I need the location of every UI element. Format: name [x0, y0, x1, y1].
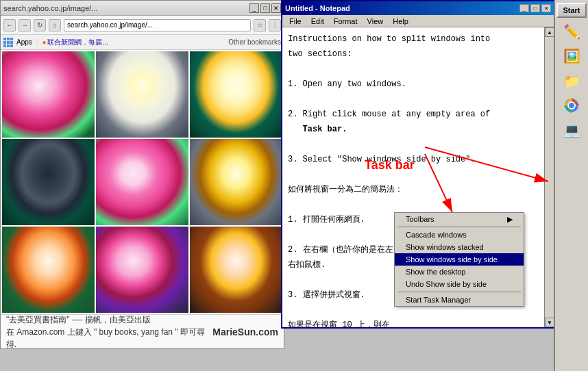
start-panel: Start ✏️ 🖼️ 📁 💻 — [554, 0, 588, 371]
bottom-text-left: "去美亞買書指南" ---- 揚帆，由美亞出版 在 Amazon.com 上鍵入… — [6, 314, 212, 350]
apps-label: Apps — [16, 38, 32, 46]
refresh-button[interactable]: ↻ — [34, 19, 46, 31]
side-icon-edit[interactable]: ✏️ — [561, 21, 583, 42]
apps-button[interactable]: Apps — [3, 38, 32, 47]
context-menu-show-desktop[interactable]: Show the desktop — [395, 266, 524, 278]
np-ch-win10a: 如果是在視窗 10 上，則在 — [288, 319, 539, 327]
image-cell-6[interactable] — [190, 139, 282, 225]
bottom-line1: "去美亞買書指南" ---- 揚帆，由美亞出版 — [6, 314, 212, 326]
bookmark-button[interactable]: ☆ — [254, 19, 266, 31]
bottom-line2: 在 Amazon.com 上鍵入 " buy books, yang fan "… — [6, 326, 212, 350]
browser-maximize-button[interactable]: □ — [260, 3, 270, 13]
scroll-down-button[interactable]: ▼ — [545, 318, 554, 327]
context-menu-undo-side[interactable]: Undo Show side by side — [395, 278, 524, 290]
notepad-scrollbar: ▲ ▼ — [544, 27, 554, 327]
image-cell-8[interactable] — [96, 227, 188, 313]
side-icon-folder[interactable]: 📁 — [561, 70, 583, 92]
image-cell-4[interactable] — [2, 139, 95, 225]
notepad-maximize-button[interactable]: □ — [530, 4, 540, 12]
browser-title: search.yahoo.co.jp/image/... — [3, 4, 98, 12]
menu-edit[interactable]: Edit — [307, 16, 328, 26]
notepad-window-controls: _ □ ✕ — [519, 4, 551, 12]
context-menu-separator-2 — [397, 292, 521, 292]
np-step2b: Task bar. — [288, 123, 539, 136]
menu-button[interactable]: ⋮ — [269, 19, 281, 31]
np-line2: two sections: — [288, 48, 539, 60]
context-menu-toolbars[interactable]: Toolbars — [395, 213, 524, 225]
image-cell-9[interactable] — [190, 227, 282, 313]
browser-close-button[interactable]: ✕ — [271, 3, 281, 13]
menu-view[interactable]: View — [363, 16, 388, 26]
menu-file[interactable]: File — [285, 16, 306, 26]
side-icon-computer[interactable]: 💻 — [561, 119, 583, 141]
image-cell-2[interactable] — [96, 51, 188, 138]
svg-point-2 — [569, 103, 574, 108]
notepad-minimize-button[interactable]: _ — [519, 4, 529, 12]
image-cell-1[interactable] — [2, 51, 95, 138]
image-cell-7[interactable] — [2, 227, 95, 313]
task-bar-annotation: Task bar — [365, 156, 415, 175]
back-button[interactable]: ← — [3, 19, 16, 31]
context-menu-separator — [397, 227, 521, 227]
browser-minimize-button[interactable]: _ — [249, 3, 259, 13]
np-blank1 — [288, 63, 539, 75]
scroll-up-button[interactable]: ▲ — [545, 27, 554, 37]
task-bar-label: Task bar — [365, 158, 415, 172]
np-blank2 — [288, 93, 539, 105]
side-icon-chrome[interactable] — [561, 94, 583, 116]
np-blank5 — [288, 199, 539, 211]
np-ch-intro: 如何將視窗一分為二的簡易法： — [288, 183, 539, 196]
bookmarks-toolbar: Apps | 联合新聞網．每届... Other bookmarks — [1, 35, 284, 50]
side-icon-image[interactable]: 🖼️ — [561, 45, 583, 67]
np-step1: 1. Open any two windows. — [288, 78, 539, 90]
browser-window-controls: _ □ ✕ — [249, 3, 281, 13]
context-menu-cascade[interactable]: Cascade windows — [395, 229, 524, 241]
context-menu-task-manager[interactable]: Start Task Manager — [395, 294, 524, 306]
home-button[interactable]: ⌂ — [49, 19, 61, 31]
menu-format[interactable]: Format — [330, 16, 362, 26]
start-button[interactable]: Start — [556, 3, 587, 18]
context-menu: Toolbars Cascade windows Show windows st… — [394, 212, 524, 307]
browser-window: search.yahoo.co.jp/image/... _ □ ✕ ← → ↻… — [0, 0, 284, 349]
browser-toolbar: ← → ↻ ⌂ ☆ ⋮ — [1, 16, 284, 35]
np-line1: Instructions on how to split windows int… — [288, 33, 539, 45]
bookmark-item-1[interactable]: 联合新聞網．每届... — [42, 38, 108, 47]
notepad-menubar: File Edit Format View Help — [282, 15, 554, 27]
context-menu-side-by-side[interactable]: Show windows side by side — [395, 253, 524, 266]
notepad-titlebar: Untitled - Notepad _ □ ✕ — [282, 1, 554, 15]
notepad-title: Untitled - Notepad — [285, 4, 350, 12]
notepad-close-button[interactable]: ✕ — [541, 4, 551, 12]
context-menu-stacked[interactable]: Show windows stacked — [395, 241, 524, 253]
np-step2a: 2. Right click mouse at any empty area o… — [288, 108, 539, 120]
menu-help[interactable]: Help — [389, 16, 413, 26]
np-blank3 — [288, 138, 539, 151]
bottom-bar: "去美亞買書指南" ---- 揚帆，由美亞出版 在 Amazon.com 上鍵入… — [1, 314, 284, 348]
scroll-track — [545, 37, 554, 318]
bottom-text-right: MarieSun.com — [212, 327, 278, 337]
image-cell-5[interactable] — [96, 139, 188, 225]
forward-button[interactable]: → — [19, 19, 31, 31]
address-bar[interactable] — [64, 19, 251, 31]
browser-titlebar: search.yahoo.co.jp/image/... _ □ ✕ — [1, 1, 284, 16]
image-cell-3[interactable] — [190, 51, 282, 138]
other-bookmarks[interactable]: Other bookmarks — [228, 38, 281, 46]
bookmark-separator: | — [36, 38, 38, 46]
image-grid — [1, 50, 284, 314]
